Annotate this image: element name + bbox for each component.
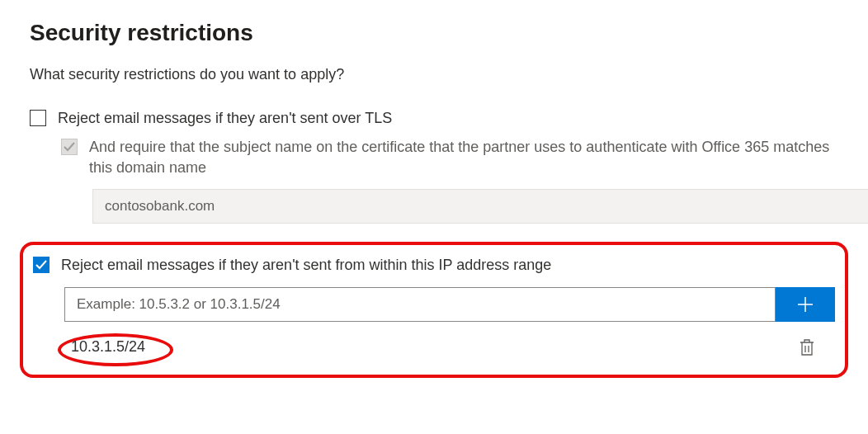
option-ip: Reject email messages if they aren't sen… xyxy=(33,255,835,276)
plus-icon xyxy=(796,295,814,314)
ip-label: Reject email messages if they aren't sen… xyxy=(61,255,551,276)
cert-label: And require that the subject name on the… xyxy=(89,137,838,178)
ip-input-row xyxy=(64,287,835,322)
option-cert: And require that the subject name on the… xyxy=(61,137,838,223)
delete-ip-button[interactable] xyxy=(795,335,818,360)
checkmark-icon xyxy=(35,259,47,271)
ip-checkbox[interactable] xyxy=(33,257,50,273)
cert-domain-input: contosobank.com xyxy=(92,189,868,224)
ip-entry-value: 10.3.1.5/24 xyxy=(64,337,152,356)
checkmark-icon xyxy=(64,141,75,153)
page-title: Security restrictions xyxy=(30,20,838,46)
tls-label: Reject email messages if they aren't sen… xyxy=(58,108,392,129)
intro-text: What security restrictions do you want t… xyxy=(30,66,838,83)
ip-section-highlight: Reject email messages if they aren't sen… xyxy=(20,242,848,378)
trash-icon xyxy=(799,338,815,356)
ip-input[interactable] xyxy=(64,287,776,322)
option-tls: Reject email messages if they aren't sen… xyxy=(30,108,838,129)
tls-checkbox[interactable] xyxy=(30,110,46,126)
ip-entry-row: 10.3.1.5/24 xyxy=(64,335,835,360)
add-ip-button[interactable] xyxy=(776,287,835,322)
cert-checkbox xyxy=(61,139,78,155)
